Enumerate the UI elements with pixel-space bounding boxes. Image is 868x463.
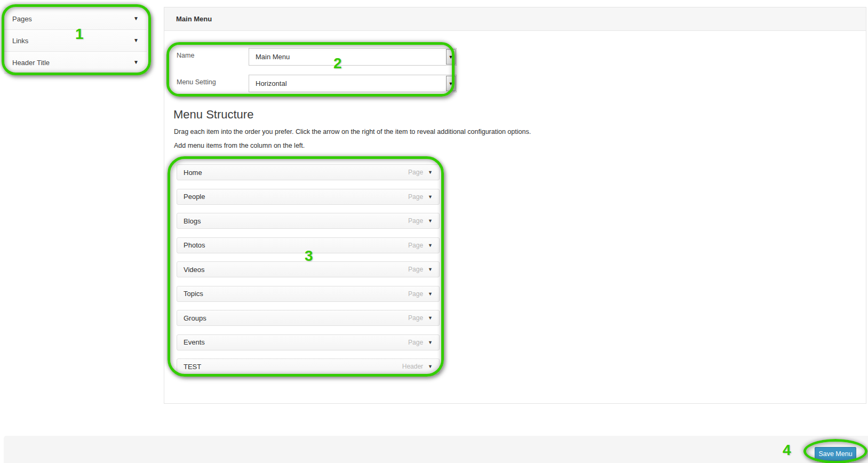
menu-item-label: People [184, 193, 205, 201]
menu-items-accordion: Pages ▼ Links ▼ Header Title ▼ [4, 7, 147, 74]
expand-item-icon[interactable]: ▼ [428, 218, 433, 223]
expand-item-icon[interactable]: ▼ [428, 315, 433, 321]
dropdown-arrow-icon: ▼ [446, 76, 456, 91]
accordion-item-label: Links [12, 37, 28, 45]
menu-item-home[interactable]: Home Page ▼ [177, 164, 440, 180]
chevron-down-icon: ▼ [133, 16, 139, 21]
menu-structure-instruction-1: Drag each item into the order you prefer… [174, 128, 531, 135]
expand-item-icon[interactable]: ▼ [428, 243, 433, 248]
menu-item-label: Home [184, 169, 202, 177]
menu-item-type: Page [408, 242, 423, 249]
menu-setting-label: Menu Setting [177, 78, 216, 86]
menu-item-topics[interactable]: Topics Page ▼ [177, 286, 440, 302]
name-field-label: Name [177, 52, 194, 59]
menu-item-test[interactable]: TEST Header ▼ [177, 358, 440, 374]
menu-item-label: Photos [184, 241, 205, 249]
page-title: Main Menu [176, 15, 212, 23]
menu-item-label: Events [184, 338, 205, 346]
menu-item-label: Topics [184, 290, 203, 298]
expand-item-icon[interactable]: ▼ [428, 291, 433, 297]
menu-item-photos[interactable]: Photos Page ▼ [177, 237, 440, 253]
menu-item-label: Blogs [184, 217, 201, 225]
save-menu-button[interactable]: Save Menu [815, 447, 856, 461]
menu-item-type: Page [408, 290, 423, 298]
menu-item-type: Page [408, 266, 423, 273]
menu-item-people[interactable]: People Page ▼ [177, 189, 440, 205]
expand-item-icon[interactable]: ▼ [428, 267, 433, 272]
accordion-item-label: Header Title [12, 59, 50, 67]
accordion-item-label: Pages [12, 15, 32, 23]
menu-structure-instruction-2: Add menu items from the column on the le… [174, 142, 305, 149]
menu-item-type: Page [408, 193, 423, 201]
expand-item-icon[interactable]: ▼ [428, 340, 433, 345]
chevron-down-icon: ▼ [133, 38, 139, 43]
panel-header: Main Menu [164, 7, 866, 31]
menu-item-groups[interactable]: Groups Page ▼ [177, 310, 440, 326]
menu-item-events[interactable]: Events Page ▼ [177, 334, 440, 350]
expand-item-icon[interactable]: ▼ [428, 170, 433, 175]
accordion-item-links[interactable]: Links ▼ [4, 30, 147, 52]
menu-item-type: Page [408, 169, 423, 176]
menu-item-label: Groups [184, 314, 206, 322]
menu-setting-value: Horizontal [256, 79, 287, 87]
expand-item-icon[interactable]: ▼ [428, 194, 433, 199]
footer-bar [4, 436, 868, 463]
menu-item-type: Page [408, 314, 423, 322]
menu-structure-heading: Menu Structure [173, 108, 253, 122]
expand-item-icon[interactable]: ▼ [428, 364, 433, 369]
menu-item-videos[interactable]: Videos Page ▼ [177, 261, 440, 277]
chevron-down-icon: ▼ [133, 60, 139, 65]
menu-name-select[interactable]: Main Menu ▼ [249, 48, 457, 66]
menu-item-type: Page [408, 339, 423, 346]
menu-structure-list: Home Page ▼ People Page ▼ Blogs Page ▼ P… [177, 164, 440, 383]
dropdown-arrow-icon: ▼ [446, 49, 456, 65]
accordion-item-pages[interactable]: Pages ▼ [4, 8, 147, 30]
menu-item-label: TEST [184, 363, 201, 371]
menu-item-label: Videos [184, 266, 205, 274]
menu-setting-select[interactable]: Horizontal ▼ [249, 75, 457, 92]
menu-item-blogs[interactable]: Blogs Page ▼ [177, 213, 440, 229]
accordion-item-header-title[interactable]: Header Title ▼ [4, 52, 147, 74]
menu-name-value: Main Menu [256, 53, 290, 61]
menu-item-type: Header [402, 363, 423, 370]
menu-item-type: Page [408, 217, 423, 225]
menu-editor-panel: Main Menu Name Main Menu ▼ Menu Setting … [164, 7, 866, 404]
